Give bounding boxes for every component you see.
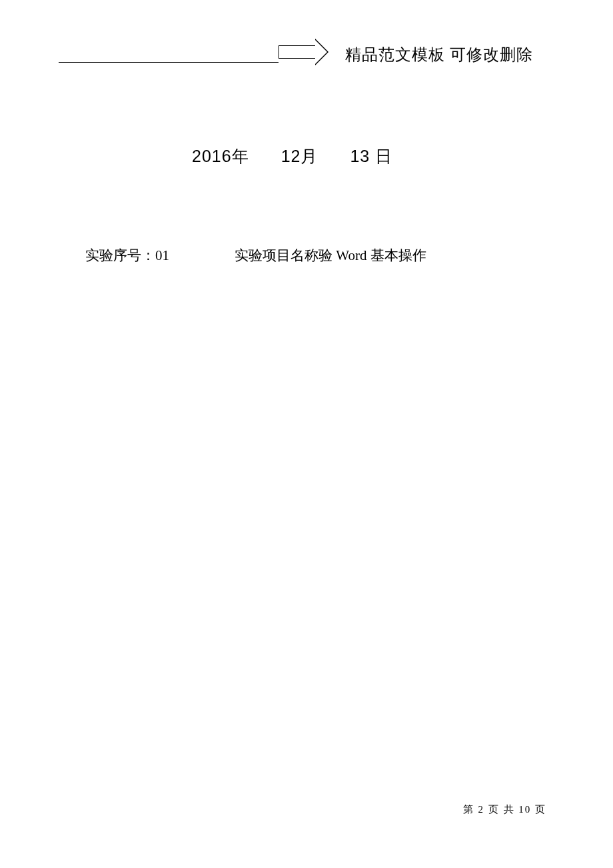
- experiment-project-label: 实验项目名称验 Word 基本操作: [235, 247, 426, 263]
- experiment-serial-value: 01: [155, 247, 169, 263]
- header-title: 精品范文模板 可修改删除: [345, 44, 533, 65]
- footer-suffix: 页: [535, 804, 546, 815]
- footer-total-pages: 10: [518, 804, 531, 815]
- experiment-serial-label: 实验序号：: [85, 247, 155, 263]
- date-year-value: 2016: [192, 147, 232, 165]
- page-footer: 第 2 页 共 10 页: [463, 803, 546, 816]
- footer-current-page: 2: [478, 804, 485, 815]
- date-display: 2016年12月13 日: [192, 145, 392, 167]
- footer-prefix: 第: [463, 804, 474, 815]
- date-month-value: 12: [281, 147, 301, 165]
- arrow-icon: [279, 39, 335, 65]
- date-day-suffix: 日: [375, 147, 392, 165]
- footer-middle: 页 共: [488, 804, 515, 815]
- date-month-suffix: 月: [301, 147, 318, 165]
- date-year-suffix: 年: [232, 147, 249, 165]
- header-underline: [59, 62, 279, 63]
- date-day-value: 13: [350, 147, 370, 165]
- experiment-info: 实验序号：01实验项目名称验 Word 基本操作: [85, 246, 426, 265]
